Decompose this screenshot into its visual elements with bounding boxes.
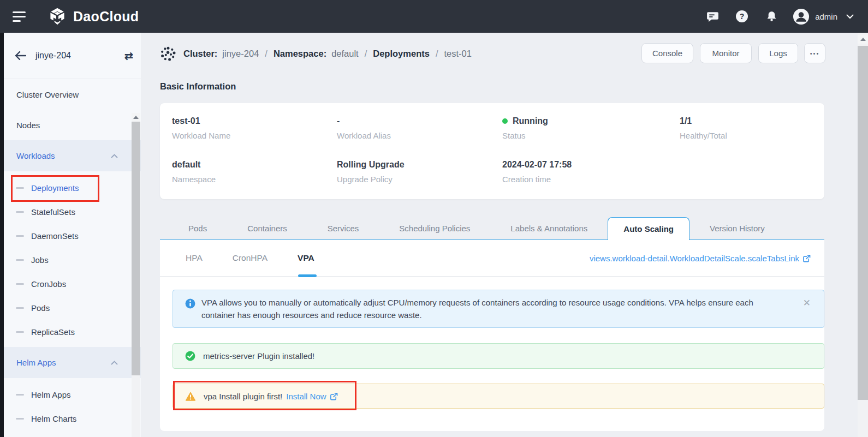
sidebar-item-replicasets[interactable]: ReplicaSets: [0, 320, 141, 344]
dash-icon: [16, 283, 24, 285]
field-creation-time: 2024-02-07 17:58 Creation time: [502, 160, 572, 184]
success-check-icon: [185, 351, 195, 361]
sidebar: jinye-204 ⇄ Cluster Overview Nodes Workl…: [0, 33, 141, 437]
dash-icon: [16, 331, 24, 333]
sidebar-item-helm-apps[interactable]: Helm Apps: [0, 382, 141, 406]
detail-tabs: Pods Containers Services Scheduling Poli…: [160, 217, 824, 240]
sidebar-group-workloads[interactable]: Workloads: [0, 140, 141, 171]
basic-information-card: test-01 Workload Name - Workload Alias R…: [160, 103, 824, 199]
sidebar-scrollbar[interactable]: [132, 113, 140, 437]
more-actions-button[interactable]: •••: [804, 43, 825, 63]
vpa-warning-alert: vpa Install plugin first! Install Now: [173, 384, 824, 409]
info-icon: [185, 298, 195, 309]
tab-services[interactable]: Services: [307, 217, 379, 240]
sidebar-item-pods[interactable]: Pods: [0, 296, 141, 320]
breadcrumb-cluster-name[interactable]: jinye-204: [222, 49, 259, 59]
vpa-info-text: VPA allows you to manually or automatica…: [173, 290, 824, 321]
tab-auto-scaling[interactable]: Auto Scaling: [608, 217, 689, 240]
dash-icon: [16, 394, 24, 396]
subtab-cronhpa[interactable]: CronHPA: [233, 253, 267, 263]
field-workload-name: test-01 Workload Name: [172, 116, 230, 140]
notifications-bell-icon[interactable]: [764, 9, 778, 23]
scale-subtabs: HPA CronHPA VPA views.workload-detail.Wo…: [160, 240, 824, 277]
user-menu[interactable]: admin: [793, 8, 837, 25]
main-scrollbar-thumb[interactable]: [858, 46, 868, 400]
sidebar-group-helm-apps[interactable]: Helm Apps: [0, 347, 141, 378]
sidebar-header: jinye-204 ⇄: [0, 33, 141, 79]
close-icon[interactable]: ✕: [803, 297, 811, 309]
vpa-info-alert: VPA allows you to manually or automatica…: [173, 290, 824, 328]
dash-icon: [16, 259, 24, 261]
username: admin: [815, 12, 837, 21]
breadcrumb-deployments[interactable]: Deployments: [373, 49, 430, 59]
tab-scheduling-policies[interactable]: Scheduling Policies: [379, 217, 490, 240]
monitor-button[interactable]: Monitor: [700, 43, 752, 63]
main-scrollbar[interactable]: [858, 33, 868, 437]
sidebar-cluster-name: jinye-204: [35, 51, 71, 61]
tab-labels-annotations[interactable]: Labels & Annotations: [490, 217, 608, 240]
left-edge-rail: [0, 33, 4, 437]
field-upgrade-policy: Rolling Upgrade Upgrade Policy: [337, 160, 405, 184]
dash-icon: [16, 418, 24, 420]
sidebar-item-cronjobs[interactable]: CronJobs: [0, 272, 141, 296]
scale-tabs-link[interactable]: views.workload-detail.WorkloadDetailScal…: [590, 254, 824, 263]
breadcrumb-separator: /: [365, 49, 367, 59]
sidebar-item-daemonsets[interactable]: DaemonSets: [0, 224, 141, 248]
help-icon[interactable]: ?: [735, 9, 749, 23]
sidebar-item-nodes[interactable]: Nodes: [0, 110, 141, 140]
breadcrumb: Cluster: jinye-204 / Namespace: default …: [160, 44, 472, 64]
daocloud-cube-icon: [47, 7, 67, 26]
breadcrumb-separator: /: [436, 49, 438, 59]
sidebar-item-statefulsets[interactable]: StatefulSets: [0, 200, 141, 224]
external-link-icon[interactable]: [330, 392, 338, 400]
dash-icon: [16, 211, 24, 213]
sidebar-item-cluster-overview[interactable]: Cluster Overview: [0, 79, 141, 110]
svg-text:?: ?: [740, 12, 745, 21]
field-namespace: default Namespace: [172, 160, 216, 184]
logs-button[interactable]: Logs: [758, 43, 798, 63]
chevron-up-icon: [111, 361, 118, 365]
field-healthy-total: 1/1 Healthy/Total: [680, 116, 727, 140]
tab-containers[interactable]: Containers: [227, 217, 307, 240]
external-link-icon: [802, 254, 811, 262]
warning-triangle-icon: [185, 391, 196, 401]
breadcrumb-namespace-name[interactable]: default: [331, 49, 359, 59]
breadcrumb-namespace-label: Namespace:: [274, 49, 326, 59]
install-now-link[interactable]: Install Now: [286, 392, 326, 401]
dash-icon: [16, 235, 24, 237]
dash-icon: [16, 187, 24, 189]
switch-cluster-icon[interactable]: ⇄: [124, 51, 133, 61]
breadcrumb-separator: /: [265, 49, 267, 59]
subtab-hpa[interactable]: HPA: [186, 253, 203, 263]
menu-icon[interactable]: [13, 9, 26, 25]
scrollbar-up-icon[interactable]: [132, 113, 140, 122]
basic-information-title: Basic Information: [160, 81, 236, 92]
status-running-dot: [502, 118, 508, 124]
brand-name: DaoCloud: [73, 9, 139, 25]
tab-pods[interactable]: Pods: [168, 217, 227, 240]
breadcrumb-cluster-label: Cluster:: [183, 49, 217, 59]
chevron-up-icon: [111, 154, 118, 158]
sidebar-item-deployments[interactable]: Deployments: [0, 176, 141, 200]
brand-logo[interactable]: DaoCloud: [47, 7, 139, 26]
sidebar-scrollbar-thumb[interactable]: [132, 122, 140, 375]
metrics-server-success-alert: metrics-server Plugin installed!: [173, 343, 824, 369]
app-header: DaoCloud ?: [0, 0, 868, 33]
sidebar-nav: Cluster Overview Nodes Workloads Deploym…: [0, 79, 141, 430]
console-button[interactable]: Console: [641, 43, 693, 63]
field-status: Running Status: [502, 116, 548, 140]
chat-icon[interactable]: [705, 9, 720, 23]
dash-icon: [16, 307, 24, 309]
scrollbar-up-icon[interactable]: [858, 35, 868, 44]
sidebar-item-helm-charts[interactable]: Helm Charts: [0, 406, 141, 430]
sidebar-item-jobs[interactable]: Jobs: [0, 248, 141, 272]
success-text: metrics-server Plugin installed!: [203, 351, 314, 361]
breadcrumb-resource-name: test-01: [444, 49, 471, 59]
tab-version-history[interactable]: Version History: [689, 217, 785, 240]
auto-scaling-panel: HPA CronHPA VPA views.workload-detail.Wo…: [160, 240, 824, 431]
warning-text: vpa Install plugin first!: [204, 392, 282, 401]
chevron-down-icon[interactable]: [846, 14, 854, 19]
back-arrow-icon[interactable]: [15, 51, 26, 60]
avatar-icon: [793, 8, 810, 25]
subtab-vpa[interactable]: VPA: [298, 253, 314, 263]
